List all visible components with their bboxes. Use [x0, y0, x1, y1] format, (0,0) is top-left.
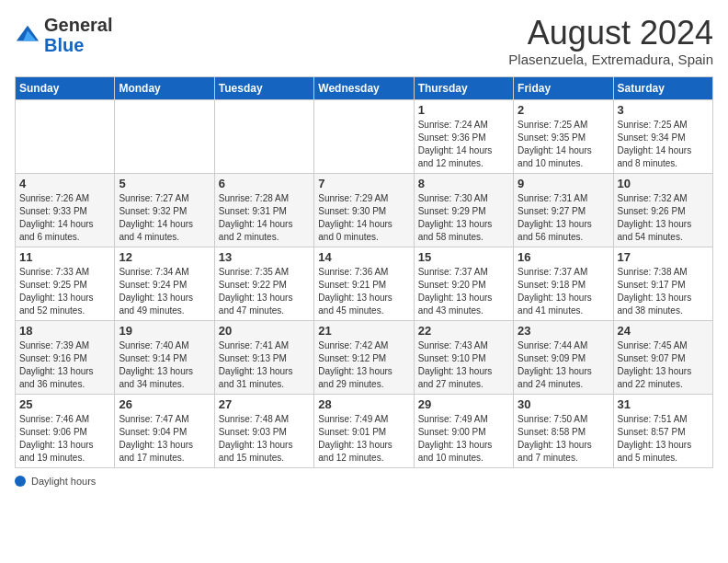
- calendar-cell: 5Sunrise: 7:27 AM Sunset: 9:32 PM Daylig…: [115, 173, 214, 247]
- day-number: 1: [418, 103, 509, 117]
- day-info: Sunrise: 7:38 AM Sunset: 9:17 PM Dayligh…: [618, 267, 692, 316]
- day-number: 26: [119, 397, 210, 411]
- calendar-week-1: 1Sunrise: 7:24 AM Sunset: 9:36 PM Daylig…: [16, 99, 713, 173]
- day-info: Sunrise: 7:37 AM Sunset: 9:18 PM Dayligh…: [518, 267, 592, 316]
- calendar-cell: 29Sunrise: 7:49 AM Sunset: 9:00 PM Dayli…: [414, 394, 513, 467]
- day-info: Sunrise: 7:37 AM Sunset: 9:20 PM Dayligh…: [418, 267, 493, 316]
- title-block: August 2024 Plasenzuela, Extremadura, Sp…: [508, 15, 713, 67]
- day-number: 2: [518, 103, 609, 117]
- day-number: 5: [119, 177, 210, 190]
- calendar-cell: 19Sunrise: 7:40 AM Sunset: 9:14 PM Dayli…: [115, 320, 214, 394]
- day-number: 20: [219, 324, 310, 338]
- day-number: 13: [219, 250, 310, 264]
- calendar-week-3: 11Sunrise: 7:33 AM Sunset: 9:25 PM Dayli…: [16, 247, 713, 320]
- day-info: Sunrise: 7:39 AM Sunset: 9:16 PM Dayligh…: [19, 340, 94, 389]
- logo-icon: [15, 22, 40, 48]
- day-info: Sunrise: 7:49 AM Sunset: 9:01 PM Dayligh…: [318, 414, 392, 463]
- col-tuesday: Tuesday: [214, 76, 313, 99]
- calendar-cell: 22Sunrise: 7:43 AM Sunset: 9:10 PM Dayli…: [414, 320, 513, 394]
- day-number: 30: [518, 397, 609, 411]
- day-number: 4: [19, 177, 110, 190]
- month-title: August 2024: [508, 15, 713, 52]
- day-number: 15: [418, 250, 509, 264]
- calendar-cell: 2Sunrise: 7:25 AM Sunset: 9:35 PM Daylig…: [514, 99, 613, 173]
- calendar-cell: 20Sunrise: 7:41 AM Sunset: 9:13 PM Dayli…: [214, 320, 313, 394]
- day-info: Sunrise: 7:26 AM Sunset: 9:33 PM Dayligh…: [19, 193, 94, 242]
- day-number: 27: [219, 397, 310, 411]
- day-number: 17: [618, 250, 709, 264]
- day-info: Sunrise: 7:24 AM Sunset: 9:36 PM Dayligh…: [418, 120, 493, 168]
- calendar-cell: 9Sunrise: 7:31 AM Sunset: 9:27 PM Daylig…: [514, 173, 613, 247]
- calendar-cell: [115, 99, 214, 173]
- calendar-cell: 11Sunrise: 7:33 AM Sunset: 9:25 PM Dayli…: [16, 247, 115, 320]
- calendar-cell: 30Sunrise: 7:50 AM Sunset: 8:58 PM Dayli…: [514, 394, 613, 467]
- header-row: Sunday Monday Tuesday Wednesday Thursday…: [16, 76, 713, 99]
- logo: General Blue: [15, 15, 112, 55]
- col-thursday: Thursday: [414, 76, 513, 99]
- day-number: 23: [518, 324, 609, 338]
- calendar-cell: 1Sunrise: 7:24 AM Sunset: 9:36 PM Daylig…: [414, 99, 513, 173]
- day-info: Sunrise: 7:50 AM Sunset: 8:58 PM Dayligh…: [518, 414, 592, 463]
- calendar-table: Sunday Monday Tuesday Wednesday Thursday…: [15, 76, 713, 468]
- col-wednesday: Wednesday: [314, 76, 414, 99]
- day-number: 7: [318, 177, 409, 190]
- day-info: Sunrise: 7:49 AM Sunset: 9:00 PM Dayligh…: [418, 414, 493, 463]
- day-info: Sunrise: 7:25 AM Sunset: 9:34 PM Dayligh…: [618, 120, 692, 168]
- calendar-cell: 24Sunrise: 7:45 AM Sunset: 9:07 PM Dayli…: [613, 320, 712, 394]
- day-info: Sunrise: 7:40 AM Sunset: 9:14 PM Dayligh…: [119, 340, 193, 389]
- day-number: 14: [318, 250, 409, 264]
- day-number: 3: [618, 103, 709, 117]
- day-info: Sunrise: 7:25 AM Sunset: 9:35 PM Dayligh…: [518, 120, 592, 168]
- calendar-cell: [214, 99, 313, 173]
- calendar-cell: 3Sunrise: 7:25 AM Sunset: 9:34 PM Daylig…: [613, 99, 712, 173]
- calendar-week-2: 4Sunrise: 7:26 AM Sunset: 9:33 PM Daylig…: [16, 173, 713, 247]
- day-number: 16: [518, 250, 609, 264]
- calendar-cell: 4Sunrise: 7:26 AM Sunset: 9:33 PM Daylig…: [16, 173, 115, 247]
- calendar-cell: [314, 99, 414, 173]
- day-number: 21: [318, 324, 409, 338]
- calendar-cell: 6Sunrise: 7:28 AM Sunset: 9:31 PM Daylig…: [214, 173, 313, 247]
- col-friday: Friday: [514, 76, 613, 99]
- day-number: 31: [618, 397, 709, 411]
- calendar-cell: 26Sunrise: 7:47 AM Sunset: 9:04 PM Dayli…: [115, 394, 214, 467]
- day-info: Sunrise: 7:45 AM Sunset: 9:07 PM Dayligh…: [618, 340, 692, 389]
- day-number: 24: [618, 324, 709, 338]
- calendar-cell: 15Sunrise: 7:37 AM Sunset: 9:20 PM Dayli…: [414, 247, 513, 320]
- day-number: 10: [618, 177, 709, 190]
- page-container: General Blue August 2024 Plasenzuela, Ex…: [0, 0, 728, 496]
- calendar-cell: 21Sunrise: 7:42 AM Sunset: 9:12 PM Dayli…: [314, 320, 414, 394]
- day-info: Sunrise: 7:34 AM Sunset: 9:24 PM Dayligh…: [119, 267, 193, 316]
- footer: Daylight hours: [15, 476, 713, 487]
- day-info: Sunrise: 7:48 AM Sunset: 9:03 PM Dayligh…: [219, 414, 293, 463]
- day-info: Sunrise: 7:46 AM Sunset: 9:06 PM Dayligh…: [19, 414, 94, 463]
- calendar-cell: 27Sunrise: 7:48 AM Sunset: 9:03 PM Dayli…: [214, 394, 313, 467]
- calendar-cell: 23Sunrise: 7:44 AM Sunset: 9:09 PM Dayli…: [514, 320, 613, 394]
- day-number: 28: [318, 397, 409, 411]
- day-number: 6: [219, 177, 310, 190]
- calendar-cell: 8Sunrise: 7:30 AM Sunset: 9:29 PM Daylig…: [414, 173, 513, 247]
- day-info: Sunrise: 7:28 AM Sunset: 9:31 PM Dayligh…: [219, 193, 293, 242]
- page-header: General Blue August 2024 Plasenzuela, Ex…: [15, 15, 713, 67]
- day-info: Sunrise: 7:44 AM Sunset: 9:09 PM Dayligh…: [518, 340, 592, 389]
- day-info: Sunrise: 7:35 AM Sunset: 9:22 PM Dayligh…: [219, 267, 293, 316]
- logo-text: General Blue: [44, 15, 112, 55]
- col-sunday: Sunday: [16, 76, 115, 99]
- daylight-icon: [15, 476, 26, 487]
- day-info: Sunrise: 7:47 AM Sunset: 9:04 PM Dayligh…: [119, 414, 193, 463]
- day-info: Sunrise: 7:51 AM Sunset: 8:57 PM Dayligh…: [618, 414, 692, 463]
- day-number: 8: [418, 177, 509, 190]
- day-info: Sunrise: 7:32 AM Sunset: 9:26 PM Dayligh…: [618, 193, 692, 242]
- calendar-cell: 10Sunrise: 7:32 AM Sunset: 9:26 PM Dayli…: [613, 173, 712, 247]
- calendar-cell: 28Sunrise: 7:49 AM Sunset: 9:01 PM Dayli…: [314, 394, 414, 467]
- day-info: Sunrise: 7:31 AM Sunset: 9:27 PM Dayligh…: [518, 193, 592, 242]
- day-number: 25: [19, 397, 110, 411]
- day-number: 19: [119, 324, 210, 338]
- day-number: 12: [119, 250, 210, 264]
- day-info: Sunrise: 7:36 AM Sunset: 9:21 PM Dayligh…: [318, 267, 392, 316]
- calendar-cell: 12Sunrise: 7:34 AM Sunset: 9:24 PM Dayli…: [115, 247, 214, 320]
- day-number: 29: [418, 397, 509, 411]
- logo-blue: Blue: [44, 35, 84, 55]
- col-saturday: Saturday: [613, 76, 712, 99]
- calendar-cell: [16, 99, 115, 173]
- day-info: Sunrise: 7:42 AM Sunset: 9:12 PM Dayligh…: [318, 340, 392, 389]
